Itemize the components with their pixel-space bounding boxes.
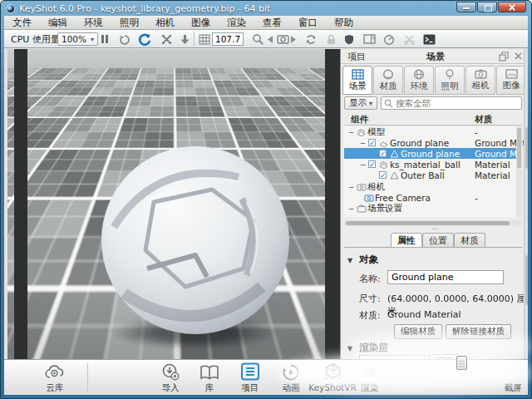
project-panel: 项目 场景 场景 材质 bbox=[340, 49, 528, 375]
tree-col-component: 组件 bbox=[351, 114, 368, 126]
cpu-usage-select[interactable]: 100% ▾ bbox=[57, 32, 98, 46]
fullscreen-icon[interactable] bbox=[159, 32, 174, 46]
render-letterbox-right bbox=[325, 49, 340, 361]
gauge-icon[interactable] bbox=[382, 32, 397, 46]
tree-row-ground-plane[interactable]: − ✓ Ground plane Ground Material bbox=[344, 137, 522, 148]
screenshot-down-icon[interactable] bbox=[177, 32, 192, 46]
tab-scene-label: 场景 bbox=[349, 81, 367, 92]
material-sphere-icon bbox=[382, 69, 394, 80]
material-ball[interactable] bbox=[99, 144, 292, 337]
grid-icon[interactable] bbox=[197, 32, 212, 46]
dock-library[interactable]: 库 bbox=[186, 361, 233, 394]
scene-grid-icon bbox=[352, 69, 364, 80]
menu-camera[interactable]: 相机 bbox=[147, 16, 183, 30]
tab-lighting-label: 照明 bbox=[441, 81, 459, 92]
subtab-properties[interactable]: 属性 bbox=[391, 233, 422, 247]
size-label: 尺寸: bbox=[359, 293, 381, 305]
menu-render[interactable]: 渲染 bbox=[219, 16, 254, 30]
menu-view[interactable]: 查看 bbox=[254, 16, 290, 30]
dock-library-label: 库 bbox=[186, 382, 233, 394]
undock-panel-icon[interactable] bbox=[499, 52, 509, 62]
tree-row-ground-plane-mesh[interactable]: ✓ Ground plane Ground Material bbox=[344, 148, 522, 159]
panel-splitter-handle[interactable]: ⋯ bbox=[341, 227, 528, 232]
tab-lighting[interactable]: 照明 bbox=[435, 66, 465, 95]
dock-cloud-library-label: 云库 bbox=[32, 382, 78, 394]
keyshot-app-icon bbox=[6, 4, 15, 13]
tree-row-cameras[interactable]: − 相机 bbox=[344, 181, 522, 192]
pause-button[interactable] bbox=[97, 32, 112, 46]
menu-bar: 文件 编辑 环境 照明 相机 图像 渲染 查看 窗口 帮助 bbox=[4, 16, 528, 30]
sync-icon[interactable] bbox=[303, 32, 318, 46]
camera-keyframe-icon[interactable] bbox=[275, 32, 290, 46]
menu-file[interactable]: 文件 bbox=[4, 16, 40, 30]
title-bar[interactable]: KeyShot 6.0 Pro - keyshot_library_geomet… bbox=[1, 1, 531, 16]
checkbox-checked[interactable]: ✓ bbox=[379, 171, 387, 179]
tree-vertical-scrollbar[interactable] bbox=[516, 126, 522, 217]
cpu-usage-label: CPU 使用量 bbox=[11, 33, 60, 46]
tab-camera-label: 相机 bbox=[472, 80, 490, 91]
checkbox-checked[interactable]: ✓ bbox=[368, 139, 376, 146]
subtab-position[interactable]: 位置 bbox=[422, 233, 454, 247]
reset-loop-icon[interactable] bbox=[117, 32, 132, 46]
environment-globe-icon bbox=[413, 69, 425, 80]
show-filter-label: 显示 bbox=[349, 97, 367, 109]
shield-icon[interactable] bbox=[342, 32, 357, 46]
checkbox-checked[interactable]: ✓ bbox=[379, 150, 387, 157]
tree-row-scene-settings[interactable]: − 场景设置 bbox=[344, 203, 522, 214]
tab-material-label: 材质 bbox=[380, 81, 397, 92]
dock-project-label: 项目 bbox=[227, 382, 273, 394]
tab-image-label: 图像 bbox=[503, 80, 520, 91]
refresh-render-button[interactable] bbox=[137, 32, 152, 46]
menu-environment[interactable]: 环境 bbox=[76, 16, 111, 30]
scene-tree: − 模型 - − ✓ Ground plane Ground Material … bbox=[344, 126, 522, 217]
camera-icon bbox=[475, 69, 487, 79]
tree-row-ks-material-ball[interactable]: − ✓ ks_material_ball Material bbox=[344, 159, 522, 170]
checkbox-checked[interactable]: ✓ bbox=[368, 160, 376, 168]
close-button[interactable] bbox=[498, 2, 526, 12]
cloud-library-icon bbox=[32, 361, 78, 381]
collapse-arrow-icon: ▼ bbox=[347, 257, 352, 264]
prev-camera-icon[interactable] bbox=[267, 32, 273, 46]
dock-cloud-library[interactable]: 云库 bbox=[32, 361, 78, 394]
search-box[interactable] bbox=[381, 96, 522, 110]
show-filter-button[interactable]: 显示 ▾ bbox=[344, 96, 377, 110]
name-label: 名称: bbox=[359, 273, 381, 285]
layout-panels-icon[interactable] bbox=[362, 32, 377, 46]
chevron-down-icon: ▾ bbox=[91, 36, 94, 43]
project-icon-active bbox=[227, 361, 273, 381]
subtab-material[interactable]: 材质 bbox=[454, 233, 485, 247]
terminal-icon[interactable] bbox=[421, 32, 436, 46]
tree-row-free-camera[interactable]: Free Camera - bbox=[344, 192, 522, 203]
search-input[interactable] bbox=[396, 98, 521, 108]
menu-edit[interactable]: 编辑 bbox=[40, 16, 76, 30]
menu-lighting[interactable]: 照明 bbox=[111, 16, 147, 30]
dock-project[interactable]: 项目 bbox=[227, 361, 273, 394]
tab-image[interactable]: 图像 bbox=[496, 66, 526, 95]
menu-image[interactable]: 图像 bbox=[183, 16, 219, 30]
material-value: Ground Material bbox=[387, 309, 461, 320]
image-frame-icon bbox=[505, 69, 518, 79]
resolution-input[interactable] bbox=[212, 32, 244, 46]
menu-window[interactable]: 窗口 bbox=[290, 16, 326, 30]
maximize-button[interactable] bbox=[477, 2, 497, 12]
object-section-header[interactable]: ▼ 对象 bbox=[347, 254, 378, 266]
artifact-badge bbox=[456, 356, 467, 370]
tree-row-outer-ball[interactable]: ✓ Outer Ball Material bbox=[344, 170, 522, 180]
tab-material[interactable]: 材质 bbox=[373, 66, 403, 95]
next-camera-icon[interactable] bbox=[290, 32, 297, 46]
tree-row-model[interactable]: − 模型 - bbox=[344, 126, 522, 137]
panel-scrollbar[interactable] bbox=[524, 49, 528, 375]
tab-camera[interactable]: 相机 bbox=[466, 66, 495, 95]
minimize-button[interactable] bbox=[456, 2, 476, 12]
tab-environment[interactable]: 环境 bbox=[404, 66, 434, 95]
zoom-region-icon[interactable] bbox=[250, 32, 265, 46]
close-panel-icon[interactable] bbox=[514, 52, 524, 62]
lighting-bulb-icon bbox=[445, 69, 455, 80]
white-artifact-overlay bbox=[349, 332, 530, 361]
object-name-input[interactable] bbox=[387, 270, 504, 284]
render-letterbox-left bbox=[14, 49, 27, 361]
menu-help[interactable]: 帮助 bbox=[326, 16, 362, 30]
tab-scene[interactable]: 场景 bbox=[342, 66, 372, 95]
tree-col-material: 材质 bbox=[475, 114, 492, 126]
realtime-viewport[interactable] bbox=[7, 49, 340, 361]
